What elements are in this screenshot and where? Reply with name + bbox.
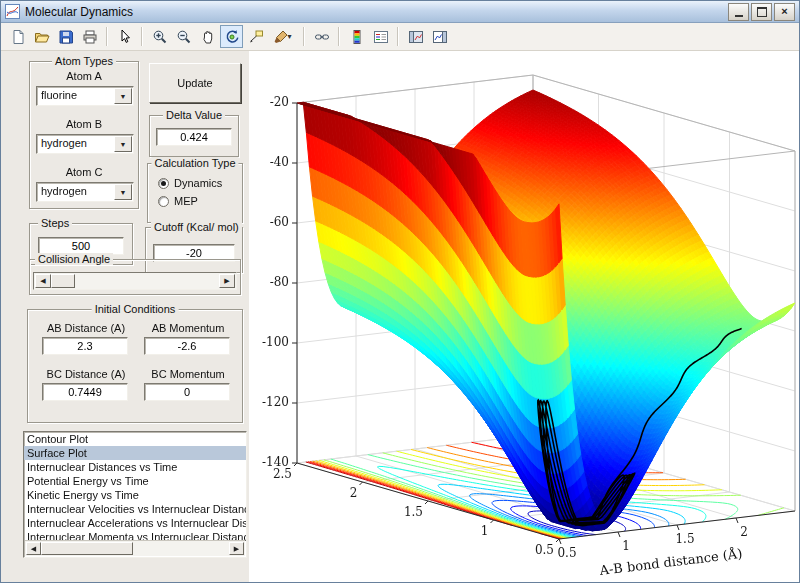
delta-value-field[interactable] [156, 128, 232, 146]
rotate-3d-icon[interactable] [220, 25, 243, 48]
list-item[interactable]: Internuclear Velocities vs Internuclear … [24, 502, 246, 516]
show-plot-tools-icon[interactable] [428, 25, 451, 48]
calculation-type-panel: Calculation Type Dynamics MEP [147, 163, 243, 223]
new-document-icon[interactable] [6, 25, 29, 48]
zoom-out-icon[interactable] [172, 25, 195, 48]
ab-distance-label: AB Distance (A) [36, 322, 136, 334]
ab-momentum-field[interactable] [144, 337, 230, 355]
zoom-in-icon[interactable] [148, 25, 171, 48]
figure-toolbar: ▼ [1, 23, 799, 51]
list-item[interactable]: Internuclear Accelerations vs Internucle… [24, 516, 246, 530]
toolbar-separator [338, 27, 340, 46]
chevron-down-icon[interactable]: ▼ [114, 184, 132, 200]
update-button[interactable]: Update [149, 63, 241, 103]
atom-b-dropdown[interactable]: hydrogen ▼ [36, 134, 134, 154]
list-item-selected[interactable]: Surface Plot [24, 446, 246, 460]
bc-momentum-field[interactable] [144, 383, 230, 401]
minimize-icon [735, 15, 743, 17]
atom-types-panel: Atom Types Atom A fluorine ▼ Atom B hydr… [29, 61, 139, 209]
window-title: Molecular Dynamics [25, 5, 726, 19]
steps-title: Steps [38, 217, 72, 229]
control-panel: Atom Types Atom A fluorine ▼ Atom B hydr… [1, 51, 251, 582]
bc-distance-field[interactable] [42, 383, 128, 401]
ab-distance-field[interactable] [42, 337, 128, 355]
toolbar-separator [106, 27, 108, 46]
atom-types-title: Atom Types [52, 55, 116, 67]
collision-angle-title: Collision Angle [35, 253, 113, 265]
slider-right-arrow-icon[interactable]: ▶ [219, 274, 235, 288]
link-plots-icon[interactable] [310, 25, 333, 48]
print-icon[interactable] [78, 25, 101, 48]
app-icon [5, 4, 20, 19]
atom-a-dropdown[interactable]: fluorine ▼ [36, 86, 134, 106]
list-item[interactable]: Kinetic Energy vs Time [24, 488, 246, 502]
chevron-down-icon[interactable]: ▼ [114, 136, 132, 152]
initial-conditions-title: Initial Conditions [92, 303, 179, 315]
collision-angle-slider[interactable]: ◀ ▶ [33, 272, 237, 290]
delta-value-title: Delta Value [163, 109, 225, 121]
scrollbar-thumb[interactable] [41, 542, 133, 555]
atom-b-label: Atom B [30, 118, 138, 130]
ab-momentum-label: AB Momentum [138, 322, 238, 334]
slider-thumb[interactable] [51, 274, 75, 288]
plot-type-listbox[interactable]: Contour Plot Surface Plot Internuclear D… [23, 431, 247, 558]
chevron-down-icon[interactable]: ▼ [114, 88, 132, 104]
atom-c-dropdown[interactable]: hydrogen ▼ [36, 182, 134, 202]
scroll-left-arrow-icon[interactable]: ◀ [26, 542, 41, 555]
atom-c-label: Atom C [30, 166, 138, 178]
close-button[interactable]: × [774, 3, 795, 21]
insert-colorbar-icon[interactable] [345, 25, 368, 48]
pes-3d-plot[interactable] [239, 51, 797, 580]
pan-hand-icon[interactable] [196, 25, 219, 48]
mep-radio[interactable] [158, 196, 169, 207]
delta-value-panel: Delta Value [149, 115, 239, 157]
dynamics-radio[interactable] [158, 178, 169, 189]
hide-plot-tools-icon[interactable] [404, 25, 427, 48]
toolbar-separator [397, 27, 399, 46]
mep-radio-label[interactable]: MEP [174, 195, 198, 207]
bc-distance-label: BC Distance (A) [36, 368, 136, 380]
list-item[interactable]: Contour Plot [24, 432, 246, 446]
brush-icon[interactable]: ▼ [268, 25, 298, 48]
atom-b-value: hydrogen [41, 137, 115, 149]
initial-conditions-panel: Initial Conditions AB Distance (A) AB Mo… [27, 309, 243, 423]
atom-a-label: Atom A [30, 70, 138, 82]
atom-c-value: hydrogen [41, 185, 115, 197]
edit-plot-pointer-icon[interactable] [113, 25, 136, 48]
bc-momentum-label: BC Momentum [138, 368, 238, 380]
calculation-type-title: Calculation Type [151, 157, 238, 169]
slider-left-arrow-icon[interactable]: ◀ [35, 274, 51, 288]
close-icon: × [781, 6, 787, 17]
list-item[interactable]: Internuclear Distances vs Time [24, 460, 246, 474]
collision-angle-panel: Collision Angle ◀ ▶ [29, 259, 241, 295]
maximize-icon [757, 7, 767, 17]
toolbar-separator [141, 27, 143, 46]
app-window: Molecular Dynamics × ▼ [0, 0, 800, 583]
save-icon[interactable] [54, 25, 77, 48]
titlebar[interactable]: Molecular Dynamics × [1, 1, 799, 23]
insert-legend-icon[interactable] [369, 25, 392, 48]
scroll-right-arrow-icon[interactable]: ▶ [229, 542, 244, 555]
list-item[interactable]: Potential Energy vs Time [24, 474, 246, 488]
atom-a-value: fluorine [41, 89, 115, 101]
data-cursor-icon[interactable] [244, 25, 267, 48]
brush-dropdown-icon[interactable]: ▼ [286, 33, 293, 40]
open-folder-icon[interactable] [30, 25, 53, 48]
figure-area: Atom Types Atom A fluorine ▼ Atom B hydr… [1, 51, 799, 582]
cutoff-title: Cutoff (Kcal/ mol) [151, 221, 242, 233]
listbox-horizontal-scrollbar[interactable]: ◀ ▶ [25, 540, 245, 556]
minimize-button[interactable] [728, 3, 749, 21]
maximize-button[interactable] [751, 3, 772, 21]
dynamics-radio-label[interactable]: Dynamics [174, 177, 222, 189]
toolbar-separator [303, 27, 305, 46]
